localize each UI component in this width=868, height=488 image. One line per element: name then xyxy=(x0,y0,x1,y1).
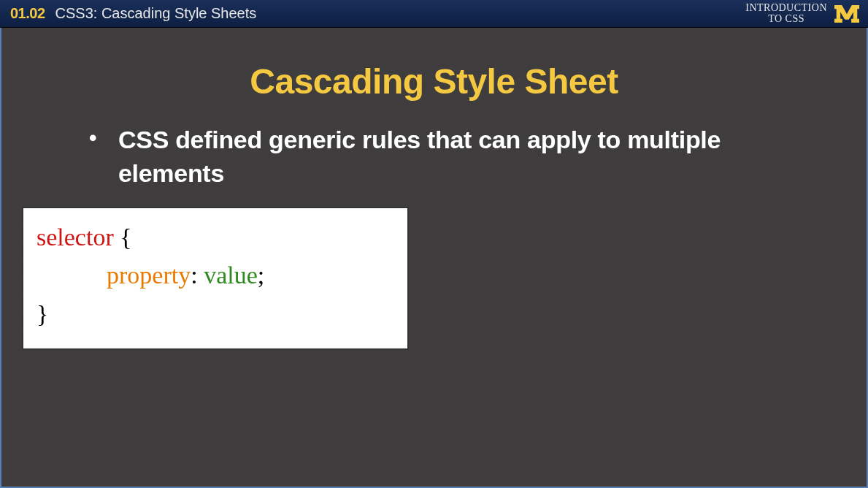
code-close-brace: } xyxy=(37,300,48,327)
slide-header: 01.02 CSS3: Cascading Style Sheets INTRO… xyxy=(0,0,868,28)
slide-body: Cascading Style Sheet CSS defined generi… xyxy=(0,28,868,488)
course-label-line2: TO CSS xyxy=(745,14,827,25)
code-semicolon: ; xyxy=(258,262,264,289)
bullet-item: CSS defined generic rules that can apply… xyxy=(89,123,823,191)
header-right: INTRODUCTION TO CSS xyxy=(745,3,859,24)
course-label: INTRODUCTION TO CSS xyxy=(745,3,827,24)
code-open-brace: { xyxy=(114,224,132,251)
lesson-number: 01.02 xyxy=(10,5,45,22)
code-line-3: } xyxy=(37,295,394,334)
code-property: property xyxy=(107,262,191,289)
code-value: value xyxy=(204,262,258,289)
header-left: 01.02 CSS3: Cascading Style Sheets xyxy=(10,5,256,22)
code-selector: selector xyxy=(37,224,114,251)
code-line-1: selector { xyxy=(37,218,394,257)
bullet-list: CSS defined generic rules that can apply… xyxy=(1,123,867,191)
slide-title: Cascading Style Sheet xyxy=(1,61,867,102)
course-label-line1: INTRODUCTION xyxy=(745,3,827,14)
lesson-title: CSS3: Cascading Style Sheets xyxy=(55,5,257,22)
michigan-logo-icon xyxy=(834,5,859,23)
code-example-box: selector { property: value; } xyxy=(22,207,409,350)
code-colon: : xyxy=(191,262,204,289)
code-line-2: property: value; xyxy=(37,256,394,295)
